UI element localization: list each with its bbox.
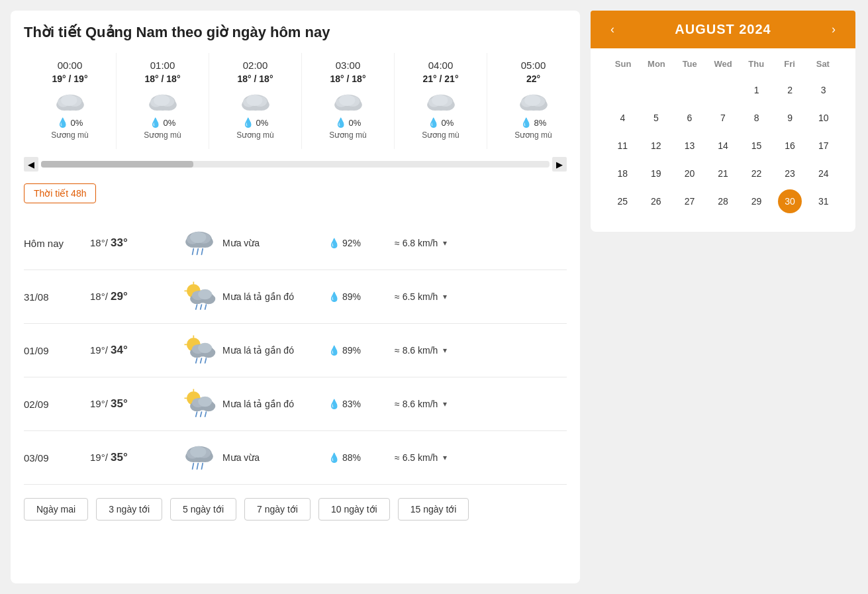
scroll-right-btn[interactable]: ▶ <box>552 157 567 172</box>
daily-condition: Mưa lá tả gần đó <box>222 345 328 356</box>
day-filter-btn[interactable]: 15 ngày tới <box>398 498 469 520</box>
svg-point-17 <box>246 95 262 106</box>
calendar-day[interactable]: 31 <box>812 189 836 213</box>
daily-weather-icon <box>176 387 222 421</box>
svg-line-42 <box>193 249 194 255</box>
condition-label: Sương mù <box>144 130 181 140</box>
daily-row: 31/08 18°/ 29° Mưa lá tả gần đó 💧 89% ≈ … <box>24 270 567 324</box>
wind-icon: ≈ <box>395 291 400 302</box>
calendar-day[interactable]: 14 <box>711 134 735 158</box>
calendar-day[interactable]: 17 <box>812 134 836 158</box>
calendar-day[interactable]: 5 <box>644 106 668 130</box>
rain-drop-icon: 💧 <box>150 117 161 128</box>
cloud-icon <box>424 89 458 117</box>
calendar-day[interactable]: 25 <box>610 189 634 213</box>
calendar-next-btn[interactable]: › <box>825 20 842 39</box>
daily-wind: ≈ 6.8 km/h ▾ <box>395 238 567 248</box>
hourly-temp: 22° <box>526 74 540 84</box>
daily-condition: Mưa vừa <box>222 238 328 248</box>
daily-temps: 18°/ 33° <box>90 236 176 250</box>
calendar-day[interactable]: 29 <box>745 189 769 213</box>
daily-wind: ≈ 6.5 km/h ▾ <box>395 452 567 463</box>
condition-label: Sương mù <box>236 130 273 140</box>
svg-point-80 <box>198 397 212 407</box>
day-filter-btn[interactable]: 10 ngày tới <box>318 498 390 520</box>
calendar-day[interactable]: 16 <box>778 134 802 158</box>
cloud-icon <box>53 89 87 117</box>
calendar-day[interactable]: 4 <box>610 106 634 130</box>
calendar-day[interactable]: 19 <box>644 162 668 185</box>
hourly-time: 01:00 <box>150 60 175 71</box>
condition-label: Sương mù <box>329 130 366 140</box>
calendar-day[interactable]: 13 <box>677 134 701 158</box>
btn-48h[interactable]: Thời tiết 48h <box>24 183 96 203</box>
day-filter-btn[interactable]: 5 ngày tới <box>170 498 236 520</box>
calendar-weekday: Fri <box>773 55 806 73</box>
calendar-day[interactable]: 21 <box>711 162 735 185</box>
daily-rain: 💧 89% <box>328 291 395 302</box>
cloud-icon <box>238 89 273 117</box>
rain-drop-icon: 💧 <box>57 117 68 128</box>
condition-label: Sương mù <box>51 130 88 140</box>
calendar-day[interactable]: 15 <box>745 134 769 158</box>
hourly-item: 01:00 18° / 18° 💧 0% Sương mù <box>117 53 209 149</box>
calendar-day[interactable]: 9 <box>778 106 802 130</box>
calendar-grid: SunMonTueWedThuFriSat 123456789101112131… <box>601 48 845 221</box>
calendar-prev-btn[interactable]: ‹ <box>604 20 621 39</box>
calendar-weekday: Tue <box>673 55 706 73</box>
wind-icon: ≈ <box>395 345 400 356</box>
chevron-down-icon[interactable]: ▾ <box>443 238 447 248</box>
daily-row: Hôm nay 18°/ 33° Mưa vừa 💧 92% ≈ 6.8 km/… <box>24 217 567 270</box>
calendar-day[interactable]: 3 <box>812 78 836 102</box>
rain-icon: 💧 <box>328 345 340 356</box>
calendar-day-empty <box>711 78 735 102</box>
calendar-day[interactable]: 6 <box>677 106 701 130</box>
calendar-day[interactable]: 30 <box>778 189 802 213</box>
chevron-down-icon[interactable]: ▾ <box>443 453 447 462</box>
wind-icon: ≈ <box>395 238 400 248</box>
daily-row: 01/09 19°/ 34° Mưa lá tả gần đó 💧 89% ≈ … <box>24 324 567 377</box>
svg-line-57 <box>205 305 207 309</box>
cloud-icon <box>146 89 180 117</box>
calendar-day[interactable]: 18 <box>610 162 634 185</box>
rain-row: 💧 0% <box>242 117 269 128</box>
cloud-icon <box>516 89 551 117</box>
calendar-day[interactable]: 2 <box>778 78 802 102</box>
day-filter-btn[interactable]: Ngày mai <box>24 498 88 520</box>
calendar-day[interactable]: 27 <box>677 189 701 213</box>
calendar-day[interactable]: 1 <box>745 78 769 102</box>
day-filter-btn[interactable]: 3 ngày tới <box>96 498 162 520</box>
hourly-time: 03:00 <box>336 60 361 71</box>
day-filter-btn[interactable]: 7 ngày tới <box>244 498 311 520</box>
chevron-down-icon[interactable]: ▾ <box>443 399 447 409</box>
calendar-day[interactable]: 28 <box>711 189 735 213</box>
hourly-temp: 18° / 18° <box>144 74 180 84</box>
rain-row: 💧 0% <box>335 117 362 128</box>
wind-icon: ≈ <box>395 399 400 409</box>
calendar-day[interactable]: 26 <box>644 189 668 213</box>
calendar-day[interactable]: 10 <box>812 106 836 130</box>
calendar-day[interactable]: 20 <box>677 162 701 185</box>
daily-rain: 💧 89% <box>328 345 395 356</box>
calendar-day-empty <box>610 78 634 102</box>
scroll-left-btn[interactable]: ◀ <box>24 157 38 172</box>
hourly-time: 02:00 <box>243 60 268 71</box>
calendar-day[interactable]: 8 <box>745 106 769 130</box>
calendar-day[interactable]: 12 <box>644 134 668 158</box>
calendar-day[interactable]: 22 <box>745 162 769 185</box>
calendar-day[interactable]: 11 <box>610 134 634 158</box>
chevron-down-icon[interactable]: ▾ <box>443 292 447 301</box>
svg-line-68 <box>196 358 197 363</box>
calendar-weekday: Thu <box>740 55 773 73</box>
svg-line-56 <box>201 305 202 309</box>
calendar-day-empty <box>644 78 668 102</box>
calendar-day[interactable]: 7 <box>711 106 735 130</box>
chevron-down-icon[interactable]: ▾ <box>443 346 447 355</box>
calendar-day[interactable]: 23 <box>778 162 802 185</box>
hourly-section: 00:00 19° / 19° 💧 0% Sương mù 01:00 18° … <box>24 53 567 203</box>
hourly-scroll[interactable]: 00:00 19° / 19° 💧 0% Sương mù 01:00 18° … <box>24 53 567 152</box>
calendar-day[interactable]: 24 <box>812 162 836 185</box>
page-title: Thời tiết Quảng Nam theo giờ ngày hôm na… <box>24 24 567 41</box>
daily-weather-icon <box>176 440 222 475</box>
hourly-time: 00:00 <box>58 60 83 71</box>
